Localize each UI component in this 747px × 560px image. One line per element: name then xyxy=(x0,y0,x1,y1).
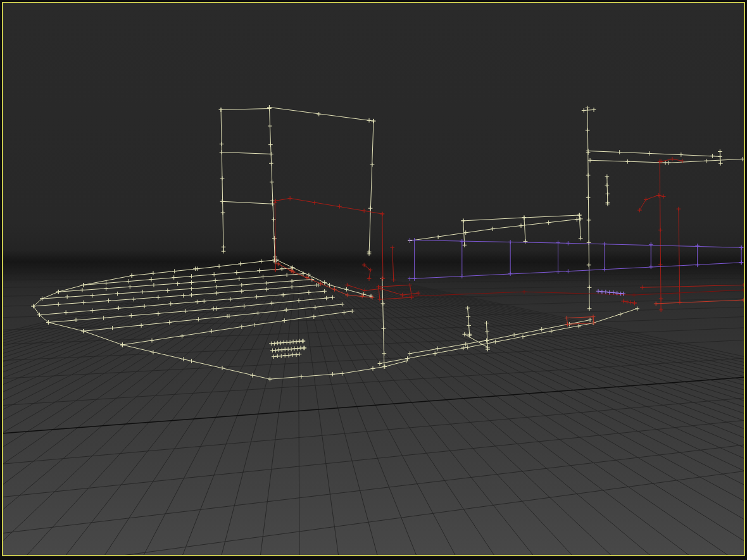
left-frame-beam-top[interactable] xyxy=(269,108,374,121)
red-far-post-1[interactable] xyxy=(660,161,661,310)
left-frame-post-right[interactable] xyxy=(369,121,374,254)
top-right-line-2[interactable] xyxy=(590,159,743,163)
left-frame-rung-mid[interactable] xyxy=(222,152,271,154)
left-frame-rung-low[interactable] xyxy=(222,201,272,204)
purple-marks-vertex-ticks xyxy=(596,289,625,296)
viewport[interactable] xyxy=(2,2,745,556)
small-pole[interactable] xyxy=(607,177,608,204)
rail-top-vertex-ticks xyxy=(408,217,583,242)
fence-rail-top[interactable] xyxy=(410,240,742,247)
fence-rail-top-vertex-ticks xyxy=(408,238,743,249)
rail-mid[interactable] xyxy=(463,215,579,221)
red-top-seg[interactable] xyxy=(661,159,682,161)
rail-top[interactable] xyxy=(410,219,581,240)
wireframe-scene xyxy=(32,106,744,382)
scene-svg xyxy=(3,3,744,555)
app-frame xyxy=(0,0,747,560)
home-grid xyxy=(3,260,744,555)
horizon-band xyxy=(3,250,744,283)
red-top-line[interactable] xyxy=(275,198,382,214)
top-right-beam[interactable] xyxy=(588,151,720,157)
left-frame-post-left[interactable] xyxy=(221,109,223,251)
seat-bottom-outline[interactable] xyxy=(122,345,406,379)
red-top-line-vertex-ticks xyxy=(273,196,384,216)
vertex-hash-2-vertex-ticks xyxy=(270,346,306,352)
red-marks-vertex-ticks xyxy=(622,299,637,305)
rail-post-2[interactable] xyxy=(524,218,525,241)
left-frame-rung-top[interactable] xyxy=(221,109,269,110)
